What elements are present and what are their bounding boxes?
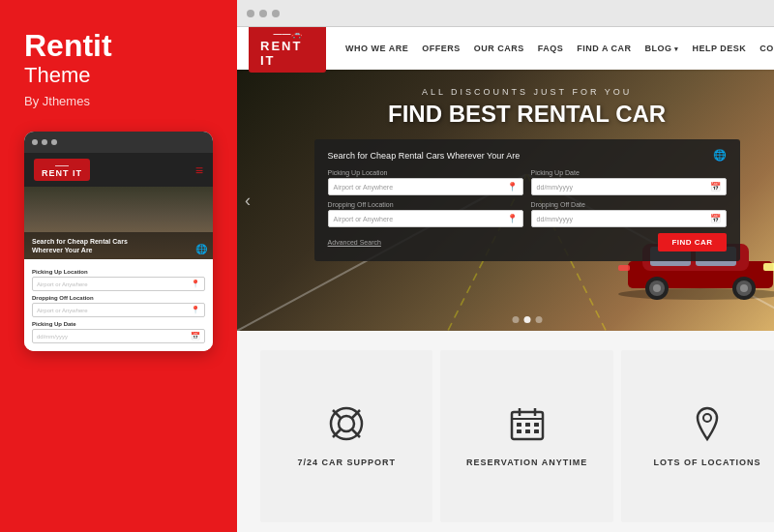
- dropoff-location-input[interactable]: Airport or Anywhere 📍: [328, 210, 523, 227]
- site-logo: ——🚗 RENT IT: [249, 27, 326, 73]
- hamburger-icon[interactable]: ≡: [195, 163, 203, 178]
- pickup-location-input[interactable]: Airport or Anywhere 📍: [328, 178, 523, 195]
- feature-car-support-label: 7/24 CAR SUPPORT: [297, 458, 396, 467]
- feature-reservation-label: RESERVATION ANYTIME: [466, 458, 587, 467]
- dropoff-location-label: Dropping Off Location: [328, 201, 523, 208]
- hero-dot-1[interactable]: [512, 316, 519, 323]
- mobile-mockup: —— RENT IT ≡ Search for Cheap Rental Car…: [24, 132, 213, 351]
- hero-dots: [512, 316, 542, 323]
- desktop-site: ——🚗 RENT IT WHO WE ARE OFFERS OUR CARS F…: [237, 27, 774, 532]
- car-support-icon: [328, 405, 365, 450]
- svg-point-18: [339, 416, 354, 431]
- brand-by: By Jthemes: [24, 94, 213, 108]
- left-panel: Rentit Theme By Jthemes —— RENT IT ≡ Sea…: [0, 0, 237, 532]
- dropoff-date-label: Dropping Off Date: [531, 201, 727, 208]
- pickup-date-input[interactable]: dd/mm/yyyy 📅: [531, 178, 727, 195]
- nav-help-desk[interactable]: HELP DESK: [693, 44, 747, 53]
- mobile-dot-3: [51, 139, 57, 145]
- pickup-date-label: Picking Up Date: [531, 169, 727, 176]
- location-icon-2: 📍: [507, 214, 518, 223]
- hero-subtitle: ALL DISCOUNTS JUST FOR YOU: [422, 87, 632, 97]
- globe-icon-search: 🌐: [713, 149, 727, 162]
- nav-contact[interactable]: CONTACT: [759, 44, 774, 53]
- mobile-field-input-3[interactable]: dd/mm/yyyy 📅: [32, 329, 205, 343]
- svg-rect-32: [534, 429, 539, 433]
- feature-car-support: 7/24 CAR SUPPORT: [260, 350, 432, 522]
- search-bottom: Advanced Search FIND CAR: [328, 233, 727, 251]
- browser-chrome: [237, 0, 774, 27]
- search-box-title: Search for Cheap Rental Cars Wherever Yo…: [328, 149, 727, 162]
- nav-who-we-are[interactable]: WHO WE ARE: [345, 44, 408, 53]
- search-box: Search for Cheap Rental Cars Wherever Yo…: [314, 139, 740, 261]
- advanced-search-link[interactable]: Advanced Search: [328, 239, 381, 246]
- search-row-1: Picking Up Location Airport or Anywhere …: [328, 169, 727, 195]
- pickup-location-label: Picking Up Location: [328, 169, 523, 176]
- mobile-hero-overlay: Search for Cheap Rental CarsWherever You…: [24, 232, 213, 259]
- mobile-field-input-2[interactable]: Airport or Anywhere 📍: [32, 303, 205, 317]
- browser-dot-3: [272, 10, 280, 17]
- brand-subtitle: Theme: [24, 63, 213, 88]
- nav-blog[interactable]: BLOG: [645, 44, 679, 53]
- mobile-field-label-2: Dropping Off Location: [32, 295, 205, 301]
- mobile-dot-1: [32, 139, 38, 145]
- mobile-field-input-1[interactable]: Airport or Anywhere 📍: [32, 277, 205, 291]
- hero-section: ALL DISCOUNTS JUST FOR YOU FIND BEST REN…: [237, 70, 774, 331]
- nav-our-cars[interactable]: OUR CARS: [474, 44, 524, 53]
- nav-faqs[interactable]: FAQS: [538, 44, 564, 53]
- calendar-icon-2: 📅: [710, 214, 721, 223]
- svg-rect-28: [525, 423, 530, 427]
- reservation-icon: [509, 405, 546, 450]
- mobile-dot-2: [42, 139, 47, 145]
- mobile-field-label-3: Picking Up Date: [32, 321, 205, 327]
- search-col-dropoff-date: Dropping Off Date dd/mm/yyyy 📅: [531, 201, 727, 227]
- calendar-icon-1: 📅: [710, 182, 721, 192]
- locations-icon: [689, 405, 726, 450]
- globe-icon: 🌐: [195, 244, 207, 254]
- logo-text: RENT IT: [260, 39, 314, 68]
- nav-offers[interactable]: OFFERS: [422, 44, 461, 53]
- right-panel: ——🚗 RENT IT WHO WE ARE OFFERS OUR CARS F…: [237, 0, 774, 532]
- mobile-logo-car-icon: ——: [55, 162, 69, 168]
- mobile-field-label-1: Picking Up Location: [32, 269, 205, 275]
- site-nav: ——🚗 RENT IT WHO WE ARE OFFERS OUR CARS F…: [237, 27, 774, 70]
- find-car-button[interactable]: FIND CAR: [658, 233, 726, 251]
- mobile-hero: Search for Cheap Rental CarsWherever You…: [24, 187, 213, 259]
- mobile-header: —— RENT IT ≡: [24, 153, 213, 187]
- mobile-logo-text: RENT IT: [42, 168, 82, 178]
- svg-rect-31: [525, 429, 530, 433]
- location-icon-1: 📍: [507, 182, 518, 192]
- search-col-dropoff-location: Dropping Off Location Airport or Anywher…: [328, 201, 523, 227]
- hero-dot-2[interactable]: [523, 316, 530, 323]
- feature-locations-label: LOTS OF LOCATIONS: [654, 458, 761, 467]
- feature-reservation: RESERVATION ANYTIME: [440, 350, 612, 522]
- logo-car-line: ——🚗: [274, 29, 302, 39]
- svg-rect-27: [517, 423, 521, 427]
- svg-rect-29: [534, 423, 539, 427]
- nav-links: WHO WE ARE OFFERS OUR CARS FAQS FIND A C…: [345, 44, 774, 53]
- hero-title: FIND BEST RENTAL CAR: [388, 101, 666, 128]
- mobile-form: Picking Up Location Airport or Anywhere …: [24, 259, 213, 351]
- svg-rect-30: [517, 429, 521, 433]
- mobile-top-bar: [24, 132, 213, 153]
- browser-dot-1: [247, 10, 254, 17]
- mobile-logo: —— RENT IT: [34, 159, 90, 181]
- hero-dot-3[interactable]: [535, 316, 542, 323]
- dropoff-date-input[interactable]: dd/mm/yyyy 📅: [531, 210, 727, 227]
- search-col-pickup-location: Picking Up Location Airport or Anywhere …: [328, 169, 523, 195]
- hero-prev-arrow[interactable]: ‹: [245, 191, 251, 211]
- search-row-2: Dropping Off Location Airport or Anywher…: [328, 201, 727, 227]
- feature-locations: LOTS OF LOCATIONS: [621, 350, 774, 522]
- hero-content: ALL DISCOUNTS JUST FOR YOU FIND BEST REN…: [237, 70, 774, 331]
- svg-point-33: [703, 414, 711, 422]
- mobile-hero-text: Search for Cheap Rental CarsWherever You…: [32, 237, 205, 254]
- nav-find-a-car[interactable]: FIND A CAR: [577, 44, 631, 53]
- browser-dot-2: [259, 10, 267, 17]
- brand-title: Rentit: [24, 29, 213, 63]
- features-section: 7/24 CAR SUPPORT: [237, 331, 774, 532]
- search-col-pickup-date: Picking Up Date dd/mm/yyyy 📅: [531, 169, 727, 195]
